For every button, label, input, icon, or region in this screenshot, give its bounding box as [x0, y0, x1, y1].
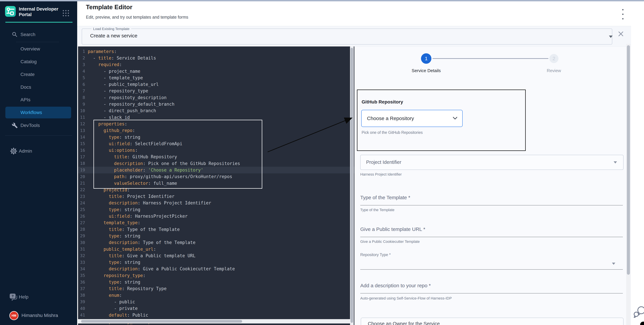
scrollbar-thumb[interactable]	[81, 320, 242, 323]
github-repository-helper: Pick one of the GitHub Repositories	[362, 130, 423, 135]
sidebar-item-docs[interactable]: Docs	[0, 83, 77, 91]
code-line[interactable]: 28 title: Type of the Template	[78, 226, 354, 233]
code-text: title: Repository Type	[88, 286, 166, 291]
line-number: 39	[78, 299, 85, 304]
line-number: 31	[78, 247, 85, 252]
sidebar-item-devtools[interactable]: DevTools	[0, 121, 77, 130]
code-line[interactable]: 5 - template_type	[78, 74, 354, 81]
close-icon[interactable]	[618, 31, 624, 37]
code-line[interactable]: 29 type: string	[78, 233, 354, 239]
sidebar-item-apis[interactable]: APIs	[0, 96, 77, 104]
sidebar-item-overview[interactable]: Overview	[0, 45, 77, 53]
owner-select[interactable]: Choose an Owner for the Service	[361, 318, 624, 325]
code-text: - public_template_url	[88, 82, 159, 87]
code-line[interactable]: 38 enum:	[78, 292, 354, 299]
form-preview-panel: 1 2 Service Details Review GitHub Reposi…	[354, 46, 631, 325]
apps-grid-icon[interactable]	[63, 10, 69, 16]
field-repo-description[interactable]: Add a description to your repo * Auto-ge…	[360, 283, 623, 289]
line-number: 12	[78, 121, 85, 126]
harness-idp-logo[interactable]	[5, 6, 16, 17]
gear-icon	[10, 147, 18, 155]
field-type-of-template[interactable]: Type of the Template * Type of the Templ…	[360, 195, 623, 200]
code-line[interactable]: 1parameters:	[78, 48, 354, 55]
code-text: type: string	[88, 280, 140, 285]
editor-vertical-scrollbar[interactable]	[350, 46, 354, 325]
sidebar-item-search[interactable]: Search	[0, 30, 77, 39]
chat-support-icon[interactable]	[634, 305, 644, 320]
code-line[interactable]: 23 title: Project Identifier	[78, 193, 354, 200]
code-line[interactable]: 30 description: Type of the Template	[78, 239, 354, 246]
line-number: 36	[78, 280, 85, 285]
editor-horizontal-scrollbar[interactable]	[78, 319, 350, 324]
project-identifier-select[interactable]: Project Identifier	[360, 155, 624, 170]
stepper-label-review: Review	[532, 68, 576, 73]
page-vertical-scrollbar[interactable]	[626, 44, 630, 325]
sidebar-user[interactable]: HM Himanshu Mishra	[0, 311, 77, 320]
code-text: repository_type:	[88, 273, 146, 278]
load-template-select[interactable]: Load Existing Template Create a new serv…	[82, 28, 612, 45]
line-number: 8	[78, 95, 85, 100]
code-line[interactable]: 35 repository_type:	[78, 272, 354, 279]
sidebar-item-create[interactable]: Create	[0, 70, 77, 78]
code-line[interactable]: 36 type: string	[78, 279, 354, 285]
code-text: enum:	[88, 293, 122, 298]
stepper-step-2[interactable]: 2	[549, 54, 558, 63]
right-margin	[631, 1, 644, 325]
code-line[interactable]: 31 public_template_url:	[78, 246, 354, 252]
help-chat-icon: ?	[10, 293, 18, 301]
line-number: 4	[78, 69, 85, 74]
stepper-step-1[interactable]: 1	[421, 53, 432, 64]
scrollbar-thumb[interactable]	[627, 45, 630, 275]
line-number: 9	[78, 102, 85, 107]
code-line[interactable]: 8 - repositoty_description	[78, 94, 354, 101]
sidebar: Internal Developer Portal Search Overvie…	[0, 1, 77, 325]
code-text: - direct_push_branch	[88, 108, 156, 113]
field-repository-type[interactable]: Repository Type *	[360, 253, 623, 257]
code-line[interactable]: 41 default: Public	[78, 312, 354, 318]
yaml-code-editor[interactable]: 1parameters:2 - title: Service Details3 …	[78, 46, 354, 325]
line-number: 35	[78, 273, 85, 278]
line-number: 1	[78, 49, 85, 54]
github-repository-select[interactable]: Choose a Repository	[361, 110, 462, 127]
line-number: 23	[78, 194, 85, 199]
code-line[interactable]: 39 - public	[78, 299, 354, 305]
line-number: 5	[78, 75, 85, 80]
sidebar-item-admin[interactable]: Admin	[0, 147, 77, 155]
scrollbar-thumb[interactable]	[350, 48, 353, 323]
code-line[interactable]: 25 type: string	[78, 206, 354, 213]
code-line[interactable]: 40 - private	[78, 305, 354, 312]
line-number: 2	[78, 55, 85, 60]
code-line[interactable]: 34 description: Give a Public Cookiecutt…	[78, 266, 354, 272]
line-number: 33	[78, 260, 85, 265]
code-line[interactable]: 33 type: string	[78, 259, 354, 266]
line-number: 26	[78, 214, 85, 219]
field-public-template-url[interactable]: Give a Public template URL * Give a Publ…	[360, 226, 623, 232]
code-line[interactable]: 7 - repository_type	[78, 88, 354, 94]
page-header: Template Editor Edit, preview, and try o…	[77, 1, 631, 26]
code-line[interactable]: 37 title: Repository Type	[78, 286, 354, 292]
code-line[interactable]: 9 - repository_default_branch	[78, 101, 354, 107]
code-line[interactable]: 10 - direct_push_branch	[78, 107, 354, 114]
code-line[interactable]: 27 template_type:	[78, 220, 354, 226]
line-number: 7	[78, 88, 85, 93]
input-underline	[360, 269, 623, 270]
code-line[interactable]: 6 - public_template_url	[78, 81, 354, 87]
kebab-menu-icon[interactable]	[620, 8, 626, 20]
input-underline	[360, 293, 623, 294]
code-line[interactable]: 32 title: Give a Public template URL	[78, 252, 354, 259]
code-line[interactable]: 4 - project_name	[78, 68, 354, 74]
code-line[interactable]: 26 ui:field: HarnessProjectPicker	[78, 213, 354, 219]
code-line[interactable]: 24 description: Harness Project Identifi…	[78, 200, 354, 206]
line-number: 34	[78, 267, 85, 271]
code-line[interactable]: 3 required:	[78, 61, 354, 68]
sidebar-item-workflows-active[interactable]: Workflows	[5, 107, 71, 118]
chevron-down-icon[interactable]	[609, 35, 612, 38]
sidebar-item-help[interactable]: ? Help	[0, 293, 77, 301]
code-text: title: Give a Public template URL	[88, 253, 196, 258]
code-text: type: string	[88, 233, 140, 239]
sidebar-item-catalog[interactable]: Catalog	[0, 58, 77, 66]
line-number: 14	[78, 135, 85, 140]
window-top-strip	[0, 0, 644, 1]
code-line[interactable]: 2 - title: Service Details	[78, 55, 354, 61]
avatar: HM	[10, 311, 18, 320]
